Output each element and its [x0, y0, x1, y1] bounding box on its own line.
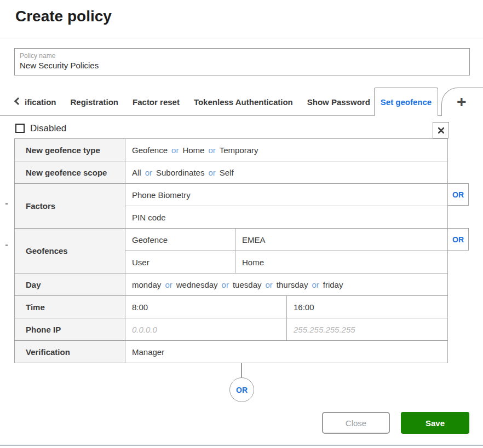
row-label: Geofences: [15, 229, 125, 273]
bottom-divider: [0, 445, 483, 446]
sub-row: 0.0.0.0255.255.255.255: [125, 318, 447, 340]
or-button[interactable]: OR: [447, 228, 469, 251]
row-value: mondayorwednesdayortuesdayorthursdayorfr…: [125, 274, 447, 295]
option-geofence[interactable]: Geofence: [132, 146, 168, 155]
header-divider: [0, 38, 483, 38]
options-cell: GeofenceorHomeorTemporary: [125, 139, 447, 161]
row-label: Time: [15, 296, 125, 318]
or-connector-line: [241, 363, 242, 378]
row-value: 8:0016:00: [125, 296, 447, 318]
policy-settings-table: New geofence typeGeofenceorHomeorTempora…: [14, 138, 448, 363]
table-row-new-geofence-scope: New geofence scopeAllorSubordinatesorSel…: [15, 161, 447, 184]
value-cell[interactable]: Home: [235, 251, 447, 273]
row-label: Factors: [15, 184, 125, 228]
table-row-geofences: GeofencesGeofenceEMEAUserHomeOR: [15, 229, 447, 274]
tab-tokenless-authentication[interactable]: Tokenless Authentication: [194, 97, 293, 107]
policy-name-field[interactable]: Policy name: [14, 48, 470, 75]
value-cell[interactable]: 16:00: [286, 296, 447, 318]
option-all[interactable]: All: [132, 168, 141, 177]
tab-factor-reset[interactable]: Factor reset: [133, 97, 180, 107]
value-cell[interactable]: Manager: [125, 341, 447, 363]
left-tick-mark: [5, 203, 8, 205]
remove-tab-button[interactable]: [433, 122, 449, 138]
row-value: GeofenceorHomeorTemporary: [125, 139, 447, 161]
sub-row: 8:0016:00: [125, 296, 447, 318]
or-circle-label: OR: [236, 386, 248, 394]
row-value: Manager: [125, 341, 447, 363]
tab-ification[interactable]: ification: [25, 97, 56, 107]
sub-row: PIN code: [125, 206, 447, 228]
save-button[interactable]: Save: [401, 412, 469, 434]
option-subordinates[interactable]: Subordinates: [156, 168, 204, 177]
close-button[interactable]: Close: [322, 412, 390, 434]
page-title: Create policy: [15, 8, 112, 25]
input-placeholder-cell[interactable]: 255.255.255.255: [286, 318, 447, 340]
options-cell: AllorSubordinatesorSelf: [125, 161, 447, 183]
option-wednesday[interactable]: wednesday: [176, 280, 218, 289]
row-label: New geofence scope: [15, 161, 125, 183]
add-tab-button[interactable]: +: [441, 88, 483, 116]
row-label: Verification: [15, 341, 125, 363]
policy-name-input[interactable]: [20, 60, 464, 70]
sub-row: Manager: [125, 341, 447, 363]
sub-row: UserHome: [125, 251, 447, 273]
row-value: Phone BiometryPIN code: [125, 184, 447, 228]
table-row-verification: VerificationManager: [15, 341, 447, 363]
or-separator: or: [171, 146, 179, 155]
table-row-phone-ip: Phone IP0.0.0.0255.255.255.255: [15, 318, 447, 341]
sub-row: Phone Biometry: [125, 184, 447, 206]
or-separator: or: [208, 168, 215, 177]
input-placeholder-cell[interactable]: 0.0.0.0: [125, 318, 286, 340]
option-friday[interactable]: friday: [323, 280, 343, 289]
or-separator: or: [208, 146, 215, 155]
row-value: GeofenceEMEAUserHome: [125, 229, 447, 273]
value-cell[interactable]: EMEA: [235, 229, 447, 251]
or-separator: or: [145, 168, 152, 177]
left-tick-mark: [5, 245, 8, 246]
table-row-day: Daymondayorwednesdayortuesdayorthursdayo…: [15, 274, 447, 296]
table-row-factors: FactorsPhone BiometryPIN codeOR: [15, 184, 447, 229]
active-tab-label: Set geofence: [381, 97, 432, 107]
tab-list: ificationRegistrationFactor resetTokenle…: [25, 88, 370, 116]
disabled-label: Disabled: [30, 123, 66, 134]
option-thursday[interactable]: thursday: [277, 280, 308, 289]
option-monday[interactable]: monday: [132, 280, 161, 289]
tab-registration[interactable]: Registration: [71, 97, 119, 107]
create-policy-dialog: Create policy Policy name ificationRegis…: [0, 0, 483, 448]
option-temporary[interactable]: Temporary: [220, 146, 258, 155]
close-icon: [438, 127, 444, 133]
table-row-time: Time8:0016:00: [15, 296, 447, 318]
options-cell: mondayorwednesdayortuesdayorthursdayorfr…: [125, 274, 447, 295]
option-self[interactable]: Self: [220, 168, 234, 177]
option-tuesday[interactable]: tuesday: [233, 280, 262, 289]
option-home[interactable]: Home: [182, 146, 204, 155]
chevron-left-icon[interactable]: [14, 97, 22, 105]
row-label: Day: [15, 274, 125, 295]
value-cell[interactable]: 8:00: [125, 296, 286, 318]
row-value: AllorSubordinatesorSelf: [125, 161, 447, 183]
value-cell[interactable]: User: [125, 251, 235, 273]
value-cell[interactable]: PIN code: [125, 206, 447, 228]
sub-row: GeofenceEMEA: [125, 229, 447, 251]
or-separator: or: [165, 280, 172, 289]
disabled-checkbox[interactable]: [15, 124, 25, 133]
or-separator: or: [266, 280, 273, 289]
or-separator: or: [222, 280, 229, 289]
tab-set-geofence[interactable]: Set geofence: [374, 88, 438, 116]
table-row-new-geofence-type: New geofence typeGeofenceorHomeorTempora…: [15, 139, 447, 161]
tab-bar: ificationRegistrationFactor resetTokenle…: [0, 88, 483, 116]
policy-name-label: Policy name: [20, 52, 464, 60]
value-cell[interactable]: Phone Biometry: [125, 184, 447, 206]
tab-show-password[interactable]: Show Password: [307, 97, 370, 107]
or-button[interactable]: OR: [447, 183, 469, 206]
row-label: Phone IP: [15, 318, 125, 340]
row-value: 0.0.0.0255.255.255.255: [125, 318, 447, 340]
row-label: New geofence type: [15, 139, 125, 161]
or-separator: or: [312, 280, 319, 289]
plus-icon[interactable]: +: [457, 92, 467, 111]
value-cell[interactable]: Geofence: [125, 229, 235, 251]
add-or-branch-button[interactable]: OR: [229, 377, 254, 402]
